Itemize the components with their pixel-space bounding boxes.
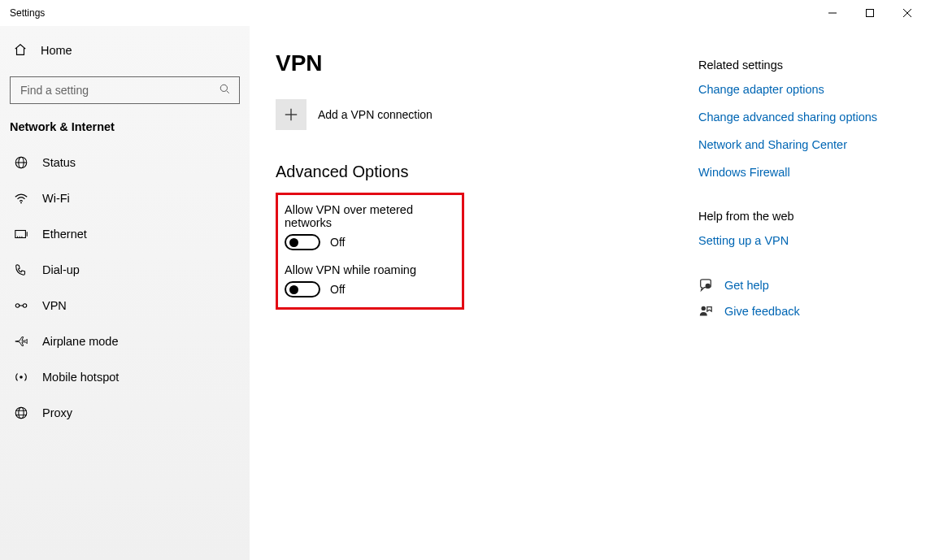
close-button[interactable] (889, 0, 926, 26)
get-help-icon (698, 278, 713, 293)
link-advanced-sharing[interactable]: Change advanced sharing options (698, 111, 926, 124)
svg-rect-10 (15, 231, 26, 238)
search-icon (219, 83, 231, 98)
svg-rect-1 (867, 10, 874, 17)
sidebar-item-ethernet[interactable]: Ethernet (0, 216, 250, 252)
advanced-options-heading: Advanced Options (276, 163, 698, 181)
ethernet-icon (13, 227, 29, 241)
phone-icon (13, 263, 29, 277)
search-box[interactable] (10, 76, 240, 104)
metered-label: Allow VPN over metered networks (285, 203, 450, 229)
highlight-box: Allow VPN over metered networks Off Allo… (276, 193, 464, 310)
hotspot-icon (13, 370, 29, 384)
add-vpn-button[interactable]: Add a VPN connection (276, 99, 698, 130)
feedback-icon (698, 304, 713, 319)
home-label: Home (41, 44, 72, 57)
sidebar-item-label: Ethernet (42, 228, 87, 241)
sidebar: Home Network & Internet Status (0, 26, 250, 560)
airplane-icon (13, 334, 29, 349)
link-give-feedback[interactable]: Give feedback (724, 305, 800, 318)
maximize-button[interactable] (851, 0, 889, 26)
minimize-button[interactable] (814, 0, 851, 26)
sidebar-item-label: Wi-Fi (42, 192, 70, 205)
svg-point-18 (20, 376, 23, 379)
sidebar-item-label: Status (42, 156, 76, 169)
sidebar-item-label: Proxy (42, 406, 72, 419)
home-icon (13, 42, 28, 59)
svg-point-16 (23, 304, 27, 308)
svg-point-15 (15, 304, 20, 308)
svg-point-20 (19, 407, 24, 419)
sidebar-item-airplane[interactable]: Airplane mode (0, 323, 250, 359)
metered-state: Off (330, 236, 345, 249)
roaming-label: Allow VPN while roaming (285, 263, 450, 276)
sidebar-item-label: Airplane mode (42, 335, 119, 348)
roaming-toggle[interactable] (285, 281, 320, 297)
search-input[interactable] (19, 83, 219, 98)
sidebar-item-proxy[interactable]: Proxy (0, 395, 250, 431)
sidebar-item-hotspot[interactable]: Mobile hotspot (0, 359, 250, 395)
related-settings-heading: Related settings (698, 59, 926, 72)
sidebar-item-status[interactable]: Status (0, 145, 250, 180)
link-get-help[interactable]: Get help (724, 279, 769, 292)
plus-icon (276, 99, 306, 130)
page-title: VPN (276, 50, 698, 76)
link-windows-firewall[interactable]: Windows Firewall (698, 166, 926, 179)
vpn-icon (13, 298, 29, 313)
roaming-state: Off (330, 283, 345, 296)
svg-point-19 (15, 407, 27, 419)
add-vpn-label: Add a VPN connection (318, 108, 433, 121)
globe-icon (13, 155, 29, 170)
svg-point-9 (20, 202, 22, 204)
wifi-icon (13, 191, 29, 206)
link-adapter-options[interactable]: Change adapter options (698, 83, 926, 96)
link-network-sharing-center[interactable]: Network and Sharing Center (698, 138, 926, 151)
sidebar-item-label: Mobile hotspot (42, 371, 119, 384)
svg-point-4 (220, 85, 227, 91)
svg-point-26 (702, 306, 706, 310)
window-title: Settings (10, 7, 45, 19)
category-heading: Network & Internet (0, 115, 250, 145)
sidebar-item-label: VPN (42, 299, 67, 312)
sidebar-item-wifi[interactable]: Wi-Fi (0, 180, 250, 216)
proxy-icon (13, 406, 29, 420)
metered-toggle[interactable] (285, 234, 320, 250)
sidebar-item-vpn[interactable]: VPN (0, 288, 250, 323)
help-web-heading: Help from the web (698, 210, 926, 223)
svg-line-5 (227, 91, 229, 93)
link-setup-vpn[interactable]: Setting up a VPN (698, 234, 926, 247)
svg-point-25 (706, 284, 711, 289)
home-button[interactable]: Home (0, 33, 250, 68)
sidebar-item-label: Dial-up (42, 263, 80, 276)
sidebar-item-dialup[interactable]: Dial-up (0, 252, 250, 288)
